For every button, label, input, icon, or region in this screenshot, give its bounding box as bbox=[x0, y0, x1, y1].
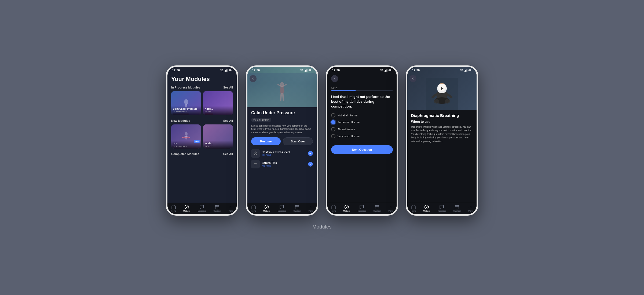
svg-point-8 bbox=[185, 132, 188, 136]
back-button-2[interactable] bbox=[250, 75, 257, 82]
svg-line-29 bbox=[283, 94, 283, 101]
nav-home-1[interactable]: Home bbox=[171, 205, 176, 212]
home-icon-3 bbox=[331, 205, 336, 209]
time-1: 12:30 bbox=[172, 69, 180, 72]
nav-calendar-1[interactable]: Calendar bbox=[213, 205, 221, 212]
start-over-button[interactable]: Start Over bbox=[283, 137, 313, 145]
svg-point-68 bbox=[434, 99, 439, 104]
option-label-0: Not at all like me bbox=[338, 114, 357, 117]
svg-rect-18 bbox=[305, 71, 305, 72]
lesson-item-0[interactable]: ? Test your stress level 05 mins bbox=[251, 149, 313, 158]
status-bar-2: 12:30 bbox=[247, 67, 317, 73]
phone2-hero bbox=[247, 67, 317, 107]
nav-messages-2[interactable]: Messages bbox=[277, 205, 286, 212]
more-icon bbox=[228, 205, 233, 209]
quiz-progress: 04/10 bbox=[331, 87, 393, 91]
nav-messages-3[interactable]: Messages bbox=[357, 205, 366, 212]
nav-home-3[interactable]: Home bbox=[331, 205, 336, 212]
nav-home-4[interactable]: Home bbox=[411, 205, 416, 212]
svg-rect-44 bbox=[385, 71, 385, 72]
svg-rect-21 bbox=[307, 69, 308, 72]
svg-rect-23 bbox=[309, 70, 311, 71]
back-arrow-icon-4 bbox=[411, 77, 415, 80]
more-icon-4 bbox=[468, 205, 473, 209]
option-2[interactable]: Almost like me bbox=[331, 127, 393, 131]
phone3-content: 04/10 I feel that I might not perform to… bbox=[327, 84, 397, 203]
page-label: Modules bbox=[312, 224, 332, 230]
module-card-grit[interactable]: Grit 08 Techniques New bbox=[171, 124, 201, 149]
modules-icon bbox=[184, 205, 189, 209]
status-icons-4 bbox=[460, 69, 472, 72]
module-card-calm[interactable]: Calm Under Pressure 08 Techniques bbox=[171, 91, 201, 115]
card-overlay-calm: Calm Under Pressure 08 Techniques bbox=[171, 106, 201, 115]
option-label-3: Very much like me bbox=[338, 135, 360, 138]
nav-calendar-2[interactable]: Calendar bbox=[293, 205, 301, 212]
checkmark-icon bbox=[309, 152, 312, 155]
nav-more-4[interactable]: More bbox=[468, 205, 473, 212]
page-title-1: Your Modules bbox=[171, 76, 233, 83]
phones-container: 12:30 Your Modules In Progress Modules S… bbox=[166, 65, 478, 216]
in-progress-see-all[interactable]: See All bbox=[223, 86, 233, 89]
svg-point-55 bbox=[389, 206, 389, 207]
nav-modules-2[interactable]: Modules bbox=[263, 205, 270, 212]
nav-bar-4: Home Modules Messages Calendar More bbox=[407, 203, 477, 214]
nav-modules-3[interactable]: Modules bbox=[343, 205, 350, 212]
svg-rect-58 bbox=[464, 71, 465, 72]
nav-messages-4[interactable]: Messages bbox=[437, 205, 446, 212]
back-button-4[interactable] bbox=[409, 75, 416, 82]
lesson-icon-1 bbox=[251, 160, 260, 168]
resume-button[interactable]: Resume bbox=[251, 137, 281, 145]
module-card-motiv[interactable]: Motiv... 07 Tec... bbox=[203, 124, 233, 149]
new-modules-see-all[interactable]: See All bbox=[223, 119, 233, 122]
option-label-2: Almost like me bbox=[338, 128, 355, 131]
svg-point-78 bbox=[469, 206, 469, 207]
nav-messages-1[interactable]: Messages bbox=[197, 205, 206, 212]
calendar-icon-3 bbox=[375, 205, 379, 209]
module-card-adap[interactable]: Adap... 06 Tec... bbox=[203, 91, 233, 115]
battery-icon-2 bbox=[309, 69, 312, 72]
svg-rect-37 bbox=[295, 205, 299, 209]
when-to-use-title: When to use bbox=[411, 120, 473, 124]
nav-calendar-4[interactable]: Calendar bbox=[453, 205, 461, 212]
play-button[interactable] bbox=[437, 84, 447, 93]
checkmark-icon-1 bbox=[309, 163, 312, 165]
option-3[interactable]: Very much like me bbox=[331, 134, 393, 138]
svg-point-79 bbox=[470, 206, 471, 207]
modules-icon-4 bbox=[424, 205, 429, 209]
nav-modules-4[interactable]: Modules bbox=[423, 205, 430, 212]
phone-4: 12:30 bbox=[406, 65, 478, 216]
check-icon-0 bbox=[308, 151, 313, 156]
svg-rect-3 bbox=[227, 69, 228, 72]
lesson-item-1[interactable]: Stress Tips 05 mins bbox=[251, 160, 313, 168]
messages-icon-4 bbox=[439, 205, 444, 209]
completed-see-all[interactable]: See All bbox=[223, 152, 233, 156]
lesson-info-0: Test your stress level 05 mins bbox=[262, 151, 305, 156]
svg-rect-47 bbox=[387, 69, 387, 72]
card-sub-calm: 08 Techniques bbox=[173, 110, 199, 113]
calendar-icon-4 bbox=[455, 205, 459, 209]
nav-calendar-3[interactable]: Calendar bbox=[373, 205, 381, 212]
battery-icon-3 bbox=[389, 69, 392, 72]
option-1[interactable]: Somewhat like me bbox=[331, 120, 393, 124]
card-sub-adap: 06 Tec... bbox=[205, 110, 231, 113]
card-progress-fill-adap bbox=[205, 114, 213, 114]
nav-more-1[interactable]: More bbox=[228, 205, 233, 212]
svg-point-56 bbox=[390, 206, 391, 207]
next-question-button[interactable]: Next Question bbox=[331, 145, 393, 154]
card-progress-adap bbox=[205, 114, 231, 114]
back-button-3[interactable] bbox=[331, 75, 338, 82]
svg-rect-2 bbox=[226, 69, 227, 72]
phone-1: 12:30 Your Modules In Progress Modules S… bbox=[166, 65, 238, 216]
phone3-header bbox=[327, 73, 397, 84]
duration-text: 1 hr 10 min bbox=[257, 119, 269, 121]
svg-rect-61 bbox=[467, 69, 467, 72]
nav-modules-1[interactable]: Modules bbox=[183, 205, 190, 212]
radio-2 bbox=[331, 127, 335, 131]
home-icon bbox=[171, 205, 176, 209]
nav-more-3[interactable]: More bbox=[388, 205, 393, 212]
option-0[interactable]: Not at all like me bbox=[331, 113, 393, 117]
nav-more-2[interactable]: More bbox=[308, 205, 313, 212]
nav-home-2[interactable]: Home bbox=[251, 205, 256, 212]
wifi-icon-2 bbox=[300, 69, 303, 72]
back-arrow-icon-3 bbox=[333, 77, 336, 80]
